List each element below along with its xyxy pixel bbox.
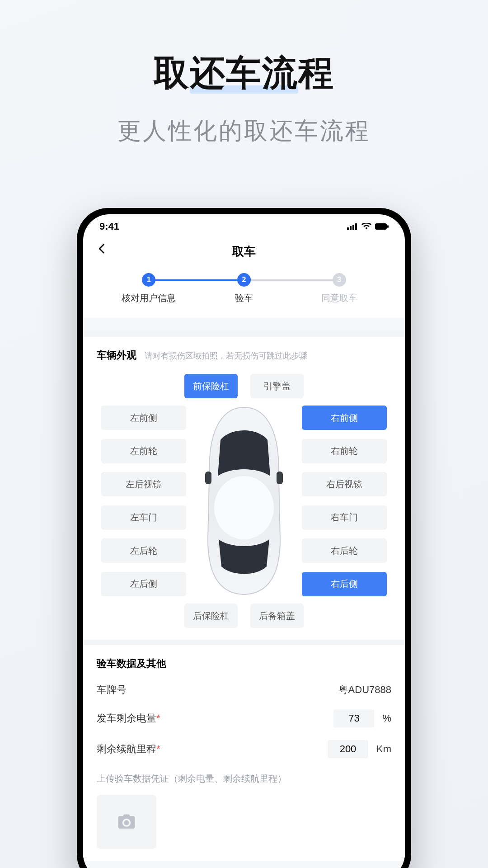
part-left-mirror[interactable]: 左后视镜: [101, 472, 186, 496]
step-1[interactable]: 1 核对用户信息: [101, 273, 197, 304]
row-battery: 发车剩余电量* 73 %: [97, 709, 391, 727]
svg-rect-7: [205, 472, 211, 484]
step-1-label: 核对用户信息: [122, 292, 176, 304]
wifi-icon: [361, 223, 371, 230]
svg-rect-2: [352, 225, 354, 230]
part-left-rear-wheel[interactable]: 左后轮: [101, 538, 186, 563]
range-unit: Km: [376, 743, 391, 755]
step-1-circle: 1: [142, 273, 155, 287]
camera-icon: [117, 812, 136, 832]
upload-photo-button[interactable]: [97, 795, 156, 849]
row-range: 剩余续航里程* 200 Km: [97, 740, 391, 758]
step-3-circle: 3: [333, 273, 346, 287]
progress-stepper: 1 核对用户信息 2 验车 3 同意取车: [101, 273, 387, 304]
page-title: 取车: [232, 244, 256, 259]
step-2[interactable]: 2 验车: [197, 273, 292, 304]
phone-screen: 9:41 取车 1 核: [83, 214, 405, 868]
cellular-icon: [347, 223, 358, 230]
range-input[interactable]: 200: [328, 740, 368, 758]
inspection-title: 验车数据及其他: [97, 658, 166, 669]
svg-rect-4: [375, 223, 387, 230]
battery-input[interactable]: 73: [333, 709, 374, 727]
svg-rect-0: [347, 227, 349, 230]
status-indicators: [347, 223, 389, 230]
hero-title: 取还车流程: [154, 50, 334, 97]
part-left-front-side[interactable]: 左前侧: [101, 406, 186, 430]
part-right-door[interactable]: 右车门: [302, 505, 387, 530]
part-left-rear-side[interactable]: 左后侧: [101, 572, 186, 596]
part-right-rear-wheel[interactable]: 右后轮: [302, 538, 387, 563]
plate-label: 车牌号: [97, 683, 127, 697]
hero-subtitle: 更人性化的取还车流程: [0, 115, 488, 147]
row-plate: 车牌号 粤ADU7888: [97, 683, 391, 697]
svg-rect-3: [355, 223, 357, 230]
upload-caption: 上传验车数据凭证（剩余电量、剩余续航里程）: [97, 773, 391, 785]
chevron-left-icon: [96, 242, 108, 255]
exterior-title: 车辆外观: [97, 349, 136, 361]
inspection-data-section: 验车数据及其他 车牌号 粤ADU7888 发车剩余电量* 73 % 剩余续航里程…: [83, 640, 405, 861]
step-2-label: 验车: [235, 292, 253, 304]
part-rear-bumper[interactable]: 后保险杠: [184, 604, 238, 628]
part-right-front-side[interactable]: 右前侧: [302, 406, 387, 430]
exterior-section: 车辆外观 请对有损伤区域拍照，若无损伤可跳过此步骤 前保险杠 引擎盖 左前侧 左…: [83, 331, 405, 640]
svg-rect-1: [350, 226, 352, 230]
plate-value: 粤ADU7888: [338, 683, 391, 697]
range-label: 剩余续航里程*: [97, 742, 160, 756]
part-front-bumper[interactable]: 前保险杠: [184, 374, 238, 398]
part-trunk[interactable]: 后备箱盖: [250, 604, 304, 628]
phone-frame: 9:41 取车 1 核: [77, 208, 411, 868]
battery-icon: [375, 223, 389, 230]
step-2-circle: 2: [237, 273, 251, 287]
part-hood[interactable]: 引擎盖: [250, 374, 304, 398]
battery-label: 发车剩余电量*: [97, 712, 160, 725]
step-3[interactable]: 3 同意取车: [291, 273, 387, 304]
part-right-mirror[interactable]: 右后视镜: [302, 472, 387, 496]
status-bar: 9:41: [83, 214, 405, 239]
exterior-hint: 请对有损伤区域拍照，若无损伤可跳过此步骤: [145, 351, 307, 360]
part-left-door[interactable]: 左车门: [101, 505, 186, 530]
nav-bar: 取车: [83, 239, 405, 264]
step-3-label: 同意取车: [321, 292, 357, 304]
svg-point-6: [214, 476, 274, 539]
car-top-view-icon: [194, 404, 294, 598]
part-left-front-wheel[interactable]: 左前轮: [101, 439, 186, 463]
battery-unit: %: [382, 712, 391, 724]
car-diagram: 前保险杠 引擎盖 左前侧 左前轮 左后视镜 左车门 左后轮 左后侧: [101, 374, 387, 628]
part-right-rear-side[interactable]: 右后侧: [302, 572, 387, 596]
svg-rect-5: [387, 225, 389, 228]
back-button[interactable]: [96, 242, 108, 255]
svg-rect-8: [277, 472, 283, 484]
part-right-front-wheel[interactable]: 右前轮: [302, 439, 387, 463]
status-time: 9:41: [99, 221, 119, 232]
